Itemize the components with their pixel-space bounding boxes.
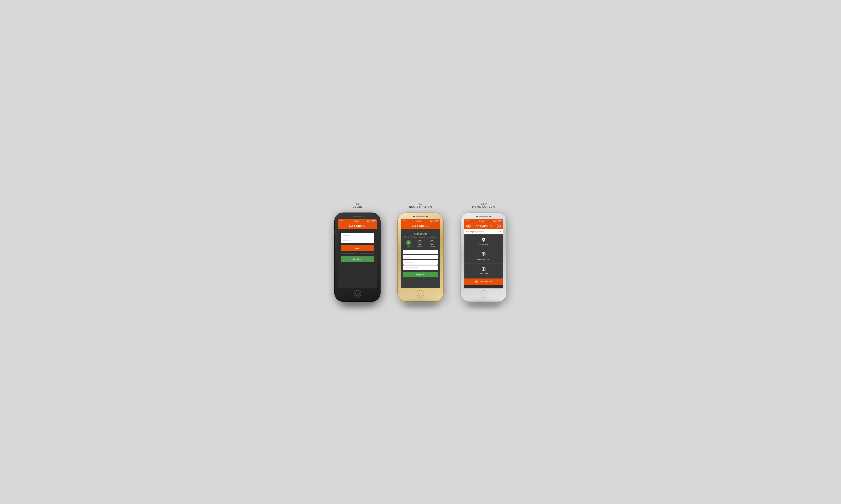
app-title-2: EZ FABRIC: [412, 224, 429, 228]
speaker-3: [479, 216, 488, 217]
home-button-inner-3: [481, 292, 486, 296]
camera-dot-3: [477, 216, 478, 217]
speaker-1: [353, 216, 362, 217]
version-reg: 1.2: [409, 202, 432, 205]
role-label-buyer: Buyer: [407, 246, 410, 247]
home-button-inner-2: [418, 292, 423, 296]
location-bar: Los Angeles, California ▾: [464, 229, 503, 234]
search-icon-header[interactable]: [497, 224, 501, 228]
login-button[interactable]: Login: [341, 245, 374, 251]
signal-dot-1: [340, 220, 341, 221]
phone-registration: 9:41 AM 100% EZ FABRIC Registration Fill…: [397, 213, 444, 302]
home-button-1[interactable]: [354, 290, 361, 298]
phone-label-reg: 1.2 REGISTRATION: [409, 202, 432, 208]
home-button-2[interactable]: [417, 290, 424, 298]
register-button-2[interactable]: Register: [403, 272, 438, 277]
menu-item-supplier[interactable]: Find a supplier: [465, 235, 502, 249]
role-circle-salesrep: [418, 240, 423, 245]
menu-icon-header[interactable]: [466, 224, 470, 228]
status-left-1: [340, 220, 344, 221]
side-button-right-1: [380, 234, 381, 240]
battery-fill-2: [435, 220, 438, 221]
reg-email-field[interactable]: Email: [403, 255, 438, 259]
role-label-supplier: Supplier: [430, 246, 435, 247]
register-button-1[interactable]: Register: [341, 256, 374, 262]
battery-fill-1: [372, 220, 375, 221]
side-button-left-3: [460, 230, 461, 234]
role-selector: ✓ Buyer Sales Rep. Supplier: [403, 240, 438, 247]
fabric-icon: [481, 267, 486, 272]
username-field[interactable]: Username: [341, 233, 374, 238]
status-right-2: 100%: [430, 220, 438, 222]
signal-dot-4: [344, 220, 344, 221]
status-time-3: 9:41 AM: [479, 220, 485, 222]
send-invite-button[interactable]: Send an invite: [464, 278, 503, 285]
password-field[interactable]: Password: [341, 238, 374, 243]
side-button-right-2: [443, 234, 444, 240]
side-button-left-2: [397, 230, 398, 234]
battery-pct-2: 100%: [430, 220, 434, 222]
chevron-down-icon[interactable]: ▾: [500, 231, 501, 233]
or-line-left: [341, 253, 355, 254]
role-label-salesrep: Sales Rep.: [416, 246, 424, 247]
signal-dot-2: [341, 220, 342, 221]
status-left-3: [466, 220, 470, 221]
status-right-1: 100%: [367, 220, 375, 222]
or-text: OR: [356, 253, 359, 254]
salesrep-icon: [481, 252, 486, 257]
home-button-3[interactable]: [480, 290, 487, 298]
reg-password-field[interactable]: Password: [403, 260, 438, 265]
camera-dot-1: [350, 216, 351, 217]
role-supplier[interactable]: Supplier: [430, 240, 435, 247]
sig-4: [407, 220, 408, 221]
role-salesrep[interactable]: Sales Rep.: [416, 240, 424, 247]
menu-item-fabric[interactable]: Find a Fabric: [465, 264, 502, 277]
location-text: Los Angeles, California: [466, 231, 484, 233]
phone-login: 9:41 AM 100% EZ FABRIC Username: [334, 213, 380, 302]
side-button-right-3: [506, 234, 507, 240]
status-right-3: 100%: [493, 220, 501, 222]
phone-screen-reg: 9:41 AM 100% EZ FABRIC Registration Fill…: [401, 219, 440, 288]
role-circle-buyer: ✓: [406, 240, 411, 245]
svg-rect-2: [467, 227, 469, 227]
svg-point-11: [483, 268, 484, 270]
menu-label-supplier: Find a supplier: [478, 244, 489, 246]
page-wrapper: 1.1 LOGIN 9:41 AM: [334, 202, 507, 302]
status-bar-2: 9:41 AM 100%: [401, 219, 440, 222]
screen-name-reg: REGISTRATION: [409, 205, 432, 208]
status-time-1: 9:41 AM: [353, 220, 359, 222]
speaker-2: [416, 216, 425, 217]
phone-home: 9:41 AM 100%: [461, 213, 507, 302]
sig3-3: [468, 220, 469, 221]
phone-section-registration: 1.2 REGISTRATION 9:41 AM: [397, 202, 444, 302]
phone-top-bar-3: [464, 216, 503, 217]
registration-screen: Registration Fill in the info below to c…: [401, 229, 440, 288]
screen-name-login: LOGIN: [353, 205, 362, 208]
check-icon-buyer: ✓: [408, 241, 409, 244]
phone-label-login: 1.1 LOGIN: [353, 202, 362, 208]
camera-dot-2: [413, 216, 415, 217]
reg-title: Registration: [403, 232, 438, 235]
role-buyer[interactable]: ✓ Buyer: [406, 240, 411, 247]
signal-dot-3: [342, 220, 343, 221]
svg-point-3: [498, 225, 499, 227]
location-city: Los Angeles,: [466, 231, 477, 233]
sig-3: [405, 220, 406, 221]
phone-top-bar-1: [338, 216, 377, 217]
front-camera-1: [363, 216, 364, 217]
reg-repeat-password-field[interactable]: Repeat Password: [403, 266, 438, 270]
menu-grid: Find a supplier: [464, 234, 503, 278]
menu-item-salesrep[interactable]: Find a sales rep.: [465, 249, 502, 263]
front-camera-3: [490, 216, 491, 217]
send-invite-label: Send an invite: [479, 281, 492, 283]
sig-1: [403, 220, 404, 221]
svg-point-9: [483, 253, 484, 254]
menu-label-fabric: Find a Fabric: [479, 273, 488, 275]
status-left-2: [403, 220, 408, 221]
home-screen: Los Angeles, California ▾: [464, 229, 503, 288]
reg-name-field[interactable]: Your Name: [403, 250, 438, 254]
reg-subtitle: Fill in the info below to complete your …: [403, 236, 438, 238]
phone-bottom-1: [338, 290, 377, 298]
phone-top-bar-2: [401, 216, 440, 217]
login-screen: Username Password Login OR Register: [338, 229, 377, 288]
